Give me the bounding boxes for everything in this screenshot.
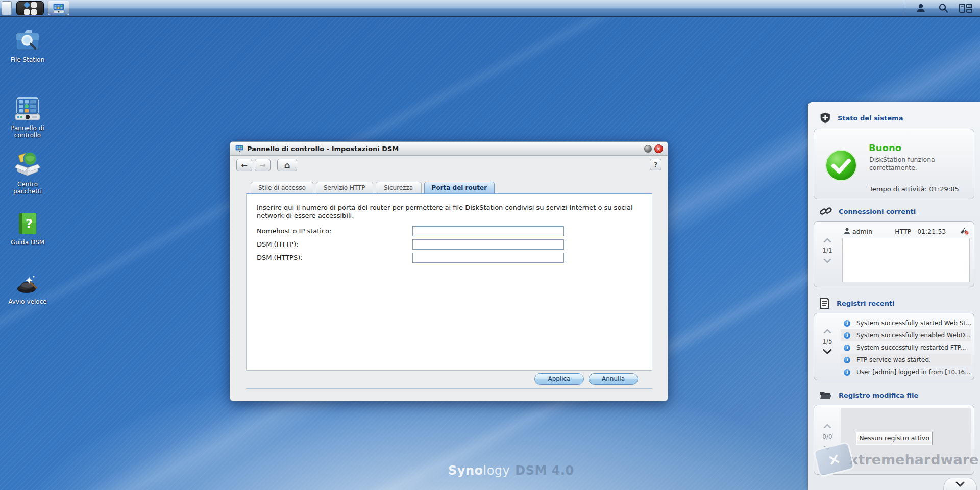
- form-row: DSM (HTTPS):: [257, 252, 642, 263]
- widget-title: Registro modifica file: [839, 391, 918, 399]
- log-row[interactable]: i System successfully restarted FTP...: [841, 341, 971, 354]
- user-menu-button[interactable]: [910, 1, 932, 15]
- page-down-icon[interactable]: [823, 446, 831, 450]
- no-active-log-label: Nessun registro attivo: [856, 432, 933, 445]
- pilot-view-icon: [959, 3, 972, 13]
- file-change-log-card: 0/0 Nessun registro attivo: [814, 405, 974, 475]
- info-icon: i: [844, 369, 850, 376]
- connections-header: Connessioni correnti: [820, 206, 916, 217]
- desktop-icon-label: Guida DSM: [3, 239, 52, 246]
- page-down-icon[interactable]: [823, 349, 832, 354]
- dialog-titlebar[interactable]: Pannello di controllo - Impostazioni DSM…: [230, 142, 668, 156]
- log-text: System successfully started Web St...: [856, 320, 971, 327]
- open-folder-icon: [820, 390, 832, 400]
- disconnect-icon[interactable]: [960, 228, 969, 235]
- panel-description: Inserire qui il numero di porta del rout…: [257, 204, 633, 220]
- menu-diamond-icon: [23, 2, 30, 8]
- main-menu-button[interactable]: [16, 1, 44, 15]
- info-icon: i: [844, 357, 850, 363]
- taskbar-control-panel-button[interactable]: [48, 1, 69, 15]
- dsm-https-label: DSM (HTTPS):: [257, 254, 412, 261]
- desktop-icon-quick-start[interactable]: Avvio veloce: [3, 270, 52, 305]
- home-button[interactable]: ⌂: [277, 159, 297, 172]
- form-row: DSM (HTTP):: [257, 239, 642, 250]
- taskbar: [0, 0, 980, 17]
- pilot-view-button[interactable]: [954, 1, 977, 15]
- desktop-icon-label: Centro pacchetti: [3, 181, 52, 195]
- hostname-input[interactable]: [412, 226, 564, 236]
- log-row[interactable]: i User [admin] logged in from [10.16...: [841, 366, 971, 378]
- form-row: Nomehost o IP statico:: [257, 226, 642, 236]
- taskbar-separator: [905, 0, 905, 16]
- log-row[interactable]: i System successfully enabled WebD...: [841, 329, 971, 341]
- dsm-http-input[interactable]: [412, 239, 564, 250]
- recent-logs-card: 1/5 i System successfully started Web St…: [814, 313, 974, 380]
- tab-stile-di-accesso[interactable]: Stile di accesso: [251, 182, 313, 193]
- help-button[interactable]: ?: [650, 159, 662, 170]
- log-document-icon: [820, 298, 830, 309]
- widget-title: Connessioni correnti: [839, 208, 916, 215]
- connection-row[interactable]: admin HTTP 01:21:53: [844, 226, 969, 236]
- logs-pager: 1/5: [814, 313, 841, 380]
- pager-count: 1/5: [822, 338, 832, 345]
- desktop-icon-file-station[interactable]: File Station: [3, 28, 52, 63]
- pager-count: 0/0: [822, 433, 832, 440]
- desktop-icon-package-center[interactable]: Centro pacchetti: [3, 151, 52, 195]
- control-panel-icon: [13, 96, 42, 122]
- status-message: DiskStation funziona correttamente.: [869, 156, 946, 172]
- system-status-header: Stato del sistema: [820, 112, 903, 124]
- log-text: FTP service was started.: [856, 356, 931, 363]
- recent-logs-header: Registri recenti: [820, 298, 895, 309]
- dialog-toolbar: ← → ⌂: [236, 159, 297, 172]
- shield-icon: [820, 112, 831, 124]
- desktop-icon-control-panel[interactable]: Pannello di controllo: [3, 96, 52, 139]
- connections-card: 1/1 admin HTTP 01:21:53: [814, 221, 974, 287]
- log-row[interactable]: i System successfully started Web St...: [841, 317, 971, 329]
- show-desktop-button[interactable]: [2, 1, 12, 15]
- apply-button[interactable]: Applica: [534, 373, 584, 385]
- file-change-log-header: Registro modifica file: [820, 389, 918, 401]
- page-up-icon[interactable]: [823, 424, 831, 428]
- tab-servizio-http[interactable]: Servizio HTTP: [316, 182, 373, 193]
- dialog-footer: Applica Annulla: [534, 373, 638, 385]
- page-up-icon[interactable]: [823, 238, 831, 242]
- widget-title: Stato del sistema: [838, 114, 903, 122]
- logo-brand-bold: Syno: [448, 463, 483, 478]
- logo-brand-light: logy: [483, 463, 510, 478]
- tab-sicurezza[interactable]: Sicurezza: [376, 182, 422, 193]
- cancel-button[interactable]: Annulla: [589, 373, 638, 385]
- footer-divider: [246, 388, 652, 389]
- control-panel-dialog: Pannello di controllo - Impostazioni DSM…: [230, 141, 668, 401]
- search-button[interactable]: [932, 1, 954, 15]
- dialog-title: Pannello di controllo - Impostazioni DSM: [247, 145, 399, 153]
- desktop: File Station Pannello di controllo Centr…: [0, 0, 980, 490]
- dialog-content: Stile di accesso Servizio HTTP Sicurezza…: [246, 182, 652, 371]
- user-icon: [844, 228, 850, 235]
- forward-button[interactable]: →: [255, 159, 271, 172]
- log-text: System successfully restarted FTP...: [856, 344, 966, 351]
- desktop-icon-dsm-help[interactable]: ? Guida DSM: [3, 210, 52, 246]
- search-icon: [938, 3, 949, 14]
- chain-link-icon: [820, 206, 832, 217]
- connections-list[interactable]: [842, 238, 970, 282]
- widget-sidebar: Stato del sistema Buono DiskStation funz…: [808, 102, 980, 490]
- sidebar-collapse-tab[interactable]: [943, 478, 977, 490]
- back-button[interactable]: ←: [236, 159, 252, 172]
- connection-user: admin: [852, 228, 872, 235]
- page-down-icon[interactable]: [823, 259, 831, 263]
- file-station-icon: [14, 28, 41, 54]
- close-icon[interactable]: ×: [654, 144, 663, 153]
- log-row[interactable]: i FTP service was started.: [841, 354, 971, 366]
- connection-protocol: HTTP: [895, 228, 911, 235]
- minimize-button[interactable]: [644, 145, 652, 153]
- tab-porta-del-router[interactable]: Porta del router: [424, 182, 495, 193]
- dsm-https-input[interactable]: [412, 253, 564, 263]
- connections-pager: 1/1: [814, 222, 841, 287]
- info-icon: i: [844, 332, 850, 339]
- tab-strip: Stile di accesso Servizio HTTP Sicurezza…: [246, 182, 652, 193]
- connection-time: 01:21:53: [917, 228, 946, 235]
- svg-text:?: ?: [26, 217, 33, 231]
- menu-square-icon: [31, 9, 37, 15]
- menu-square-icon: [31, 2, 37, 8]
- page-up-icon[interactable]: [823, 329, 831, 333]
